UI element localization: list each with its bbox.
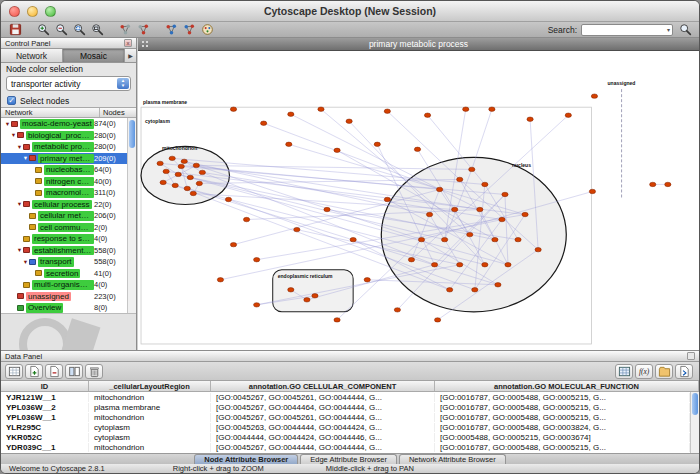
tree-row[interactable]: ▼biological_process280(0)	[1, 130, 127, 142]
zoom-window-button[interactable]	[45, 6, 56, 17]
table-cell[interactable]: [GO:0016787, GO:0005488, GO:0005215, G..…	[435, 413, 690, 422]
minimize-window-button[interactable]	[27, 6, 38, 17]
tree-row[interactable]: macromolecule...311(0)	[1, 187, 127, 199]
table-cell[interactable]: YLR295C	[1, 423, 89, 432]
table-row[interactable]: YKR052Ccytoplasm[GO:0044444, GO:0044424,…	[1, 432, 690, 442]
matrix-icon[interactable]	[615, 364, 633, 379]
advanced-search-button[interactable]	[677, 23, 693, 37]
tree-row[interactable]: ▼mosaic-demo-yeast874(0)	[1, 118, 127, 130]
table-cell[interactable]: YJR121W__1	[1, 393, 89, 402]
tree-row[interactable]: ▼primary metab...209(0)	[1, 153, 127, 165]
table-row[interactable]: YLR295Ccytoplasm[GO:0045263, GO:0044444,…	[1, 422, 690, 432]
tree-scrollbar-thumb[interactable]	[129, 120, 135, 148]
network-modify-icon[interactable]	[181, 23, 197, 37]
expander-icon[interactable]: ▼	[16, 144, 23, 150]
column-nodes[interactable]: Nodes	[100, 108, 136, 117]
table-cell[interactable]: cytoplasm	[89, 433, 211, 442]
tab-mosaic[interactable]: Mosaic	[63, 49, 125, 62]
table-cell[interactable]: [GO:0016787, GO:0005488, GO:0005215, G..…	[435, 443, 690, 452]
table-cell[interactable]: YPL036W__1	[1, 413, 89, 422]
table-cell[interactable]: YPL036W__2	[1, 403, 89, 412]
column-network[interactable]: Network	[1, 108, 100, 117]
table-row[interactable]: YPL036W__1mitochondrion[GO:0045267, GO:0…	[1, 412, 690, 422]
expander-icon[interactable]: ▼	[22, 155, 29, 161]
table-cell[interactable]: [GO:0044444, GO:0044424, GO:0044446, G..…	[211, 433, 435, 442]
table-row[interactable]: YDR039C__1mitochondrion[GO:0045267, GO:0…	[1, 442, 690, 452]
expander-icon[interactable]: ▼	[4, 121, 11, 127]
search-input[interactable]	[584, 25, 662, 35]
save-icon[interactable]	[7, 23, 23, 37]
expander-icon[interactable]: ▼	[16, 201, 23, 207]
table-scrollbar[interactable]	[690, 392, 699, 453]
table-row[interactable]: YJR121W__1mitochondrion[GO:0045267, GO:0…	[1, 392, 690, 402]
chevron-down-icon[interactable]: ▾	[667, 26, 670, 33]
tab-network-attribute-browser[interactable]: Network Attribute Browser	[399, 454, 506, 464]
tab-network[interactable]: Network	[1, 49, 63, 62]
network-overview-icon[interactable]	[163, 23, 179, 37]
window-titlebar[interactable]: Cytoscape Desktop (New Session)	[1, 1, 699, 22]
vizmapper-icon[interactable]	[199, 23, 215, 37]
tree-row[interactable]: cell communica...2(0)	[1, 222, 127, 234]
table-cell[interactable]: YKR052C	[1, 433, 89, 442]
table-cell[interactable]: [GO:0045263, GO:0044444, GO:0044424, G..…	[211, 423, 435, 432]
zoom-selection-icon[interactable]	[71, 23, 87, 37]
doc-plus-icon[interactable]	[25, 364, 43, 379]
table-cell[interactable]: [GO:0045267, GO:0044464, GO:0044444, G..…	[211, 403, 435, 412]
tree-row[interactable]: nucleobase...64(0)	[1, 164, 127, 176]
tree-row[interactable]: cellular metabo...206(0)	[1, 210, 127, 222]
tab-edge-attribute-browser[interactable]: Edge Attribute Browser	[300, 454, 397, 464]
network-graph[interactable]: plasma membranecytoplasmmitochondrionnuc…	[138, 51, 699, 350]
tree-row[interactable]: ▼establishment of lo...558(0)	[1, 245, 127, 257]
zoom-in-icon[interactable]	[35, 23, 51, 37]
tree-row[interactable]: response to stimul...4(0)	[1, 233, 127, 245]
tree-row[interactable]: unassigned223(0)	[1, 291, 127, 303]
table-cell[interactable]: plasma membrane	[89, 403, 211, 412]
tree-row[interactable]: nitrogen compo...40(0)	[1, 176, 127, 188]
expander-icon[interactable]: ▼	[10, 132, 17, 138]
table-cell[interactable]: [GO:0005488, GO:0005215, GO:0003674]	[435, 433, 690, 442]
folder-icon[interactable]	[655, 364, 673, 379]
import-icon[interactable]	[675, 364, 693, 379]
network-canvas[interactable]: plasma membranecytoplasmmitochondrionnuc…	[138, 51, 699, 350]
tree-row[interactable]: secretion41(0)	[1, 268, 127, 280]
doc-minus-icon[interactable]	[45, 364, 63, 379]
network-view-titlebar[interactable]: primary metabolic process	[138, 38, 699, 51]
select-nodes-checkbox[interactable]: ✓	[7, 96, 16, 105]
table-header-c-mf[interactable]: annotation.GO MOLECULAR_FUNCTION	[435, 381, 699, 391]
table-header-c-region[interactable]: _cellularLayoutRegion	[89, 381, 211, 391]
table-cell[interactable]: [GO:0016787, GO:0005488, GO:0005215, G..…	[435, 403, 690, 412]
table-cell[interactable]: mitochondrion	[89, 393, 211, 402]
zoom-fit-icon[interactable]	[89, 23, 105, 37]
grid-icon[interactable]	[5, 364, 23, 379]
hide-selected-icon[interactable]	[117, 23, 133, 37]
fx-icon[interactable]: f(x)	[635, 364, 653, 379]
table-cell[interactable]: [GO:0016787, GO:0005488, GO:0003824, G..…	[435, 423, 690, 432]
expander-icon[interactable]: ▼	[22, 259, 29, 265]
expander-icon[interactable]: ▼	[16, 247, 23, 253]
table-header-c-id[interactable]: ID	[1, 381, 89, 391]
tab-scroll-right-icon[interactable]: ▶	[125, 49, 136, 62]
close-panel-icon[interactable]: x	[124, 39, 132, 47]
tree-scrollbar[interactable]	[127, 118, 136, 313]
tree-row[interactable]: ▼cellular process22(0)	[1, 199, 127, 211]
zoom-out-icon[interactable]	[53, 23, 69, 37]
table-header-c-cc[interactable]: annotation.GO CELLULAR_COMPONENT	[211, 381, 435, 391]
node-color-dropdown[interactable]: transporter activity ▲▼	[6, 76, 131, 91]
tree-row[interactable]: multi-organism pro...4(0)	[1, 279, 127, 291]
tree-row[interactable]: ▼metabolic process280(0)	[1, 141, 127, 153]
table-cell[interactable]: [GO:0045267, GO:0045261, GO:0044444, G..…	[211, 393, 435, 402]
table-cell[interactable]: [GO:0016787, GO:0005488, GO:0005215, G..…	[435, 393, 690, 402]
trash-icon[interactable]	[85, 364, 103, 379]
table-cell[interactable]: mitochondrion	[89, 413, 211, 422]
float-panel-icon[interactable]	[687, 352, 695, 360]
close-window-button[interactable]	[9, 6, 20, 17]
search-combobox[interactable]: ▾	[581, 24, 673, 36]
table-cell[interactable]: mitochondrion	[89, 443, 211, 452]
table-row[interactable]: YPL036W__2plasma membrane[GO:0045267, GO…	[1, 402, 690, 412]
tree-row[interactable]: ▼transport558(0)	[1, 256, 127, 268]
table-cell[interactable]: [GO:0045267, GO:0044444, GO:0044444, G..…	[211, 443, 435, 452]
tree-row[interactable]: Overview8(0)	[1, 302, 127, 313]
table-cell[interactable]: [GO:0045267, GO:0045261, GO:0044444, G..…	[211, 413, 435, 422]
tab-node-attribute-browser[interactable]: Node Attribute Browser	[194, 454, 298, 464]
table-cell[interactable]: cytoplasm	[89, 423, 211, 432]
